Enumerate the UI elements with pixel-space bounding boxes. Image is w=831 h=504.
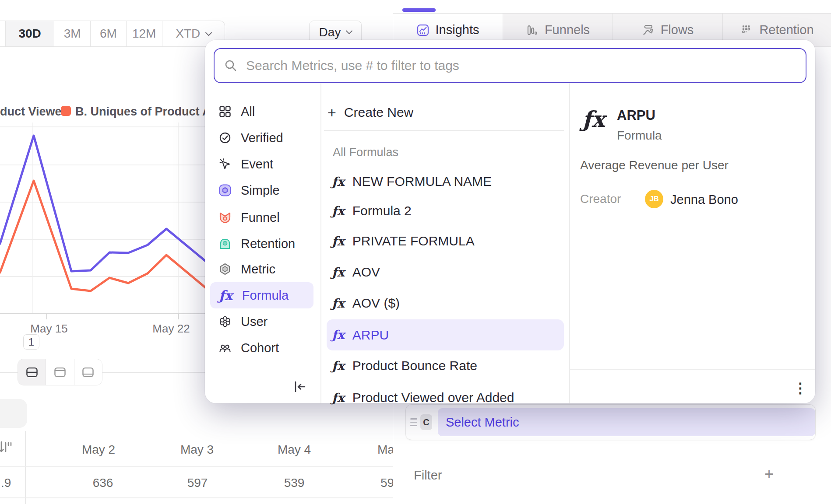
sidebar-item-formula[interactable]: ƒx Formula bbox=[210, 282, 313, 308]
formula-fx-large-icon: ƒx bbox=[582, 106, 605, 132]
formula-item[interactable]: ƒx NEW FORMULA NAME bbox=[327, 168, 564, 196]
divider bbox=[324, 130, 564, 131]
verified-badge-icon bbox=[219, 132, 231, 144]
table-header-may3[interactable]: May 3 bbox=[171, 443, 223, 457]
sidebar-item-label: User bbox=[241, 315, 268, 329]
divider bbox=[320, 83, 321, 403]
formula-item-label: AOV bbox=[352, 265, 380, 280]
table-column-divider bbox=[25, 431, 26, 504]
sidebar-item-label: Metric bbox=[241, 262, 275, 276]
sidebar-item-cohort[interactable]: Cohort bbox=[205, 335, 320, 361]
formula-item[interactable]: ƒx AOV ($) bbox=[327, 289, 564, 317]
formula-item[interactable]: ƒx Product Bounce Rate bbox=[327, 352, 564, 380]
avatar: JB bbox=[645, 190, 663, 208]
table-row-label: .9 bbox=[1, 476, 11, 490]
tab-label: Insights bbox=[436, 23, 479, 37]
layout-chart-only-icon[interactable] bbox=[46, 359, 74, 385]
time-range-group: 30D 3M 6M 12M XTD bbox=[0, 21, 225, 47]
sidebar-item-label: Event bbox=[241, 157, 273, 172]
layout-toggle-group bbox=[18, 359, 102, 385]
sidebar-item-simple[interactable]: Simple bbox=[205, 177, 320, 203]
legend-item-a[interactable]: duct Viewed bbox=[0, 105, 69, 119]
sidebar-item-label: Cohort bbox=[241, 341, 279, 355]
collapse-sidebar-icon[interactable] bbox=[292, 380, 307, 393]
drag-handle-icon[interactable] bbox=[410, 418, 417, 426]
cursor-click-icon bbox=[219, 158, 231, 170]
table-row-border bbox=[0, 497, 393, 498]
simple-metric-icon bbox=[219, 184, 231, 196]
fx-icon: ƒx bbox=[332, 265, 345, 280]
formula-item-label: Product Viewed over Added bbox=[352, 390, 514, 405]
kebab-menu-icon[interactable]: ⋮ bbox=[791, 378, 810, 399]
detail-type-label: Formula bbox=[617, 129, 662, 143]
sidebar-item-metric[interactable]: Metric bbox=[205, 256, 320, 282]
time-range-3m[interactable]: 3M bbox=[54, 21, 90, 46]
formula-item[interactable]: ƒx Product Viewed over Added bbox=[327, 384, 564, 412]
x-axis-label-may15: May 15 bbox=[23, 322, 75, 336]
active-tab-indicator bbox=[402, 8, 436, 12]
sidebar-item-event[interactable]: Event bbox=[205, 151, 320, 177]
metric-picker-modal: All Verified Event Simple Funnel bbox=[205, 40, 815, 403]
time-range-6m[interactable]: 6M bbox=[90, 21, 126, 46]
formula-item[interactable]: ƒx Formula 2 bbox=[327, 197, 564, 225]
layout-table-only-icon[interactable] bbox=[74, 359, 102, 385]
formula-item[interactable]: ƒx PRIVATE FORMULA bbox=[327, 227, 564, 255]
formula-item-label: AOV ($) bbox=[352, 296, 400, 311]
time-range-xtd-label: XTD bbox=[176, 27, 200, 41]
sidebar-item-user[interactable]: User bbox=[205, 308, 320, 335]
sidebar-item-label: Funnel bbox=[241, 210, 280, 225]
select-metric-label: Select Metric bbox=[446, 415, 519, 430]
divider bbox=[569, 83, 570, 403]
cohort-people-icon bbox=[219, 342, 231, 354]
layout-split-icon[interactable] bbox=[18, 359, 46, 385]
create-new-button[interactable]: + Create New bbox=[327, 100, 413, 125]
search-icon bbox=[224, 59, 237, 72]
sidebar-item-label: Verified bbox=[241, 131, 283, 145]
creator-name: Jenna Bono bbox=[670, 192, 738, 207]
tab-label: Flows bbox=[661, 23, 694, 37]
metric-hexagon-icon bbox=[219, 263, 231, 275]
sidebar-item-label: Retention bbox=[241, 237, 295, 251]
fx-icon: ƒx bbox=[332, 175, 345, 189]
search-input[interactable] bbox=[246, 58, 796, 73]
sidebar-item-label: All bbox=[241, 105, 255, 119]
detail-title: ARPU bbox=[617, 108, 655, 123]
divider bbox=[569, 369, 815, 370]
create-new-label: Create New bbox=[344, 105, 413, 120]
tab-label: Funnels bbox=[545, 23, 590, 37]
tab-label: Retention bbox=[759, 23, 813, 37]
sidebar-item-retention[interactable]: Retention bbox=[205, 231, 320, 257]
sort-icon[interactable] bbox=[0, 439, 13, 455]
formula-item[interactable]: ƒx AOV bbox=[327, 258, 564, 286]
x-axis-label-may22: May 22 bbox=[145, 322, 197, 336]
creator-label: Creator bbox=[580, 192, 621, 206]
table-cell: 59 bbox=[380, 476, 394, 490]
formula-item-label: NEW FORMULA NAME bbox=[352, 174, 492, 189]
metric-key-badge: C bbox=[420, 414, 432, 430]
user-cluster-icon bbox=[219, 315, 231, 328]
legend-swatch-b bbox=[61, 106, 71, 116]
sidebar-item-funnel[interactable]: Funnel bbox=[205, 204, 320, 231]
fx-icon: ƒx bbox=[332, 359, 345, 373]
sidebar-item-verified[interactable]: Verified bbox=[205, 125, 320, 151]
formula-item-label: ARPU bbox=[352, 328, 389, 343]
sidebar-item-label: Formula bbox=[242, 288, 289, 303]
time-range-30d[interactable]: 30D bbox=[5, 21, 54, 46]
sidebar-item-all[interactable]: All bbox=[205, 98, 320, 125]
select-metric-field[interactable]: Select Metric bbox=[438, 408, 815, 436]
time-range-12m[interactable]: 12M bbox=[126, 21, 162, 46]
formula-item-label: PRIVATE FORMULA bbox=[352, 234, 475, 248]
plus-icon: + bbox=[327, 105, 336, 120]
time-range-cutoff-button[interactable] bbox=[0, 21, 5, 46]
detail-description: Average Revenue per User bbox=[580, 158, 729, 172]
legend-item-b[interactable]: B. Uniques of Product Add bbox=[75, 105, 225, 119]
series-tab-stub[interactable] bbox=[0, 399, 27, 428]
table-cell: 539 bbox=[268, 476, 320, 490]
chevron-down-icon bbox=[346, 28, 353, 35]
page-indicator[interactable]: 1 bbox=[23, 334, 39, 350]
formula-item-selected[interactable]: ƒx ARPU bbox=[327, 319, 564, 350]
table-header-may2[interactable]: May 2 bbox=[72, 443, 125, 457]
table-header-may4[interactable]: May 4 bbox=[268, 443, 320, 457]
fx-icon: ƒx bbox=[332, 296, 345, 311]
add-filter-button[interactable]: + bbox=[764, 466, 774, 482]
